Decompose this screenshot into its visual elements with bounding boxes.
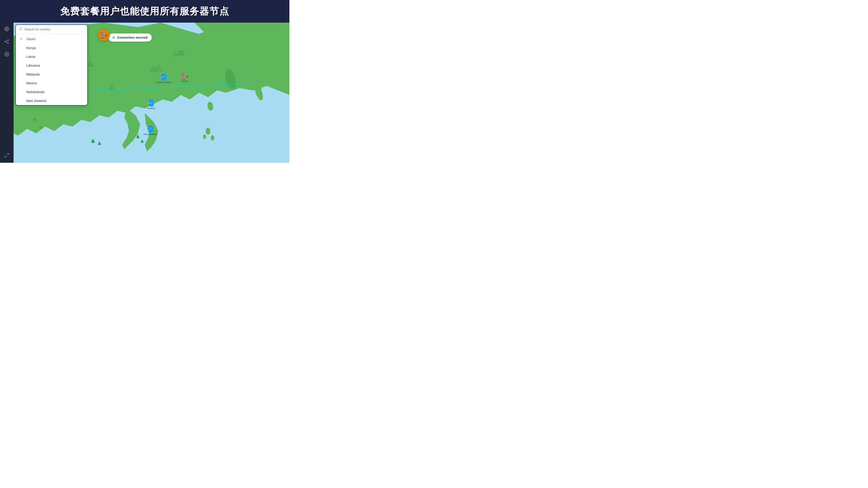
country-name: New Zealand: [26, 99, 46, 103]
header-banner: 免费套餐用户也能使用所有服务器节点: [0, 0, 289, 23]
svg-text:🌴: 🌴: [32, 118, 37, 123]
marker-icon-philippines: 🪣: [147, 125, 154, 133]
country-name: Mexico: [26, 81, 37, 85]
country-item[interactable]: Kenya: [16, 43, 87, 52]
country-item[interactable]: Netherlands: [16, 88, 87, 96]
svg-line-8: [7, 154, 8, 155]
settings-icon[interactable]: [3, 50, 11, 58]
share-icon[interactable]: [3, 37, 11, 46]
svg-line-9: [5, 156, 6, 157]
country-item[interactable]: ✓Japan: [16, 34, 87, 43]
country-name: Netherlands: [26, 90, 44, 94]
connection-status-bubble: Connection secured: [108, 33, 152, 41]
svg-text:🌴: 🌴: [38, 125, 43, 130]
globe-icon[interactable]: [3, 25, 11, 33]
country-name: Latvia: [26, 55, 35, 59]
connection-status-dot: [113, 36, 115, 39]
country-name: Malaysia: [26, 72, 39, 76]
svg-text:🌲: 🌲: [140, 139, 144, 143]
country-name: Lithuania: [26, 64, 40, 67]
beaver-icon: 🦫: [98, 29, 110, 41]
search-input[interactable]: [24, 28, 84, 31]
country-list: ✓JapanKenyaLatviaLithuaniaMalaysiaMexico…: [16, 34, 87, 105]
country-item[interactable]: Lithuania: [16, 61, 87, 70]
svg-line-5: [6, 42, 7, 43]
map-area: 🌴 🌴 🌲 🌲 🌲 🌲 🦫 Connection secured 🪣 SOUTH…: [13, 23, 289, 163]
marker-icon-japan: 🦫: [181, 72, 189, 80]
marker-label-japan: JAPAN: [181, 80, 189, 82]
svg-point-17: [211, 135, 214, 140]
svg-line-38: [22, 30, 22, 30]
svg-text:🌲: 🌲: [90, 138, 96, 143]
marker-south-korea[interactable]: 🪣 SOUTH KOREA: [156, 73, 172, 84]
marker-icon-taiwan: 🪣: [147, 99, 155, 107]
marker-icon-south-korea: 🪣: [160, 73, 167, 81]
country-item[interactable]: Latvia: [16, 52, 87, 61]
svg-point-3: [5, 41, 6, 42]
svg-point-7: [6, 54, 7, 55]
header-title: 免费套餐用户也能使用所有服务器节点: [60, 5, 229, 18]
expand-icon[interactable]: [3, 151, 11, 159]
svg-point-2: [7, 39, 9, 41]
country-name: Kenya: [26, 46, 36, 50]
svg-point-18: [203, 134, 206, 139]
search-box: [16, 25, 87, 34]
check-icon: ✓: [20, 37, 24, 41]
svg-point-37: [20, 28, 22, 30]
svg-text:🌲: 🌲: [136, 134, 140, 139]
svg-point-16: [206, 128, 210, 135]
main-area: 🌴 🌴 🌲 🌲 🌲 🌲 🦫 Connection secured 🪣 SOUTH…: [0, 23, 289, 163]
svg-text:🌲: 🌲: [97, 141, 102, 145]
marker-label-south-korea: SOUTH KOREA: [156, 82, 172, 84]
marker-label-taiwan: TAIWAN: [147, 107, 155, 109]
sidebar: [0, 23, 13, 163]
country-panel: ✓JapanKenyaLatviaLithuaniaMalaysiaMexico…: [16, 24, 88, 105]
connection-status-text: Connection secured: [117, 36, 148, 39]
svg-point-4: [7, 42, 9, 44]
country-item[interactable]: Mexico: [16, 79, 87, 88]
marker-label-philippines: PHILIPPINES: [144, 133, 157, 135]
marker-japan[interactable]: 🦫 JAPAN: [181, 72, 189, 82]
marker-philippines[interactable]: 🪣 PHILIPPINES: [144, 125, 157, 135]
search-icon: [19, 27, 23, 32]
marker-taiwan[interactable]: 🪣 TAIWAN: [147, 99, 155, 109]
country-name: Japan: [26, 37, 35, 41]
beaver-mascot: 🦫: [98, 29, 110, 41]
country-item[interactable]: New Zealand: [16, 96, 87, 105]
svg-line-6: [6, 40, 7, 41]
country-item[interactable]: Malaysia: [16, 70, 87, 79]
